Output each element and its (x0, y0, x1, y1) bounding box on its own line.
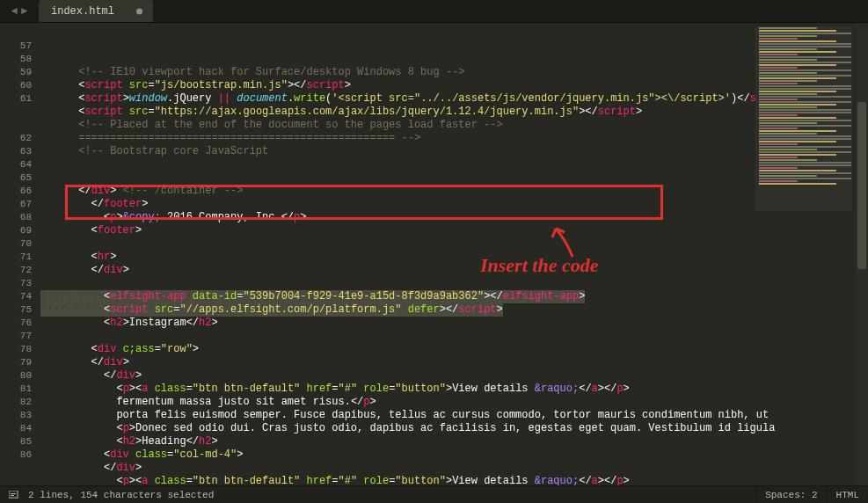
code-line[interactable] (40, 171, 868, 185)
dirty-indicator-icon (136, 8, 142, 14)
code-line[interactable]: <p><a class="btn btn-default" href="#" r… (40, 383, 868, 396)
code-line[interactable]: porta felis euismod semper. Fusce dapibu… (40, 409, 868, 422)
code-line[interactable]: ··········<elfsight-app·data-id="539b700… (40, 290, 868, 303)
tab-prev-icon[interactable]: ◄ (11, 5, 18, 18)
tab-index-html[interactable]: index.html (39, 0, 153, 22)
code-line[interactable]: <p>Donec sed odio dui. Cras justo odio, … (40, 422, 868, 435)
minimap[interactable] (755, 26, 852, 211)
code-line[interactable]: <!-- IE10 viewport hack for Surface/desk… (40, 66, 868, 79)
code-line[interactable] (40, 237, 868, 251)
code-line[interactable]: <h2>Heading</h2> (40, 435, 868, 448)
code-line[interactable]: </div> (40, 369, 868, 383)
code-line[interactable]: <script src="js/bootstrap.min.js"></scri… (40, 79, 868, 92)
tab-next-icon[interactable]: ► (21, 5, 27, 18)
code-area[interactable]: <!-- IE10 viewport hack for Surface/desk… (40, 23, 868, 485)
code-line[interactable]: <!-- Bootstrap core JavaScript (40, 145, 868, 158)
vertical-scrollbar[interactable] (856, 23, 868, 485)
code-line[interactable] (40, 277, 868, 290)
code-line[interactable]: </footer> (40, 198, 868, 211)
selection-icon (9, 491, 19, 499)
scrollbar-thumb[interactable] (857, 102, 866, 269)
code-line[interactable]: <h2>Instagram</h2> (40, 317, 868, 330)
code-line[interactable]: <div c;ass="row"> (40, 343, 868, 356)
code-line[interactable]: </div> (40, 356, 868, 369)
code-line[interactable]: <footer> (40, 224, 868, 237)
code-line[interactable]: </div> <!-- /container --> (40, 185, 868, 198)
code-line[interactable]: </div> (40, 462, 868, 475)
code-line[interactable]: ··········<script·src="//apps.elfsight.c… (40, 303, 868, 317)
code-line[interactable]: <hr> (40, 251, 868, 264)
line-number-gutter: 5758596061626364656667686970717273747576… (0, 23, 40, 485)
code-line[interactable]: fermentum massa justo sit amet risus.</p… (40, 396, 868, 409)
status-spaces[interactable]: Spaces: 2 (765, 490, 817, 500)
svg-rect-1 (11, 493, 16, 494)
tab-nav-buttons: ◄ ► (0, 0, 39, 22)
svg-rect-2 (11, 495, 14, 496)
status-syntax[interactable]: HTML (836, 490, 859, 500)
code-line[interactable]: <div class="col-md-4"> (40, 448, 868, 462)
code-line[interactable]: <!-- Placed at the end of the document s… (40, 119, 868, 132)
status-selection: 2 lines, 154 characters selected (28, 490, 214, 500)
code-line[interactable]: <script src="https://ajax.googleapis.com… (40, 106, 868, 119)
editor: 5758596061626364656667686970717273747576… (0, 23, 868, 485)
code-line[interactable]: <p>&copy; 2016 Company, Inc.</p> (40, 211, 868, 224)
code-line[interactable]: </div> (40, 264, 868, 277)
code-line[interactable]: <script>window.jQuery || document.write(… (40, 92, 868, 106)
code-line[interactable]: ========================================… (40, 132, 868, 145)
code-line[interactable] (40, 53, 868, 66)
code-line[interactable] (40, 330, 868, 343)
tab-bar: ◄ ► index.html (0, 0, 868, 23)
status-bar: 2 lines, 154 characters selected Spaces:… (0, 485, 868, 503)
code-line[interactable] (40, 158, 868, 171)
tab-title: index.html (51, 5, 114, 18)
code-line[interactable]: <p><a class="btn btn-default" href="#" r… (40, 475, 868, 485)
